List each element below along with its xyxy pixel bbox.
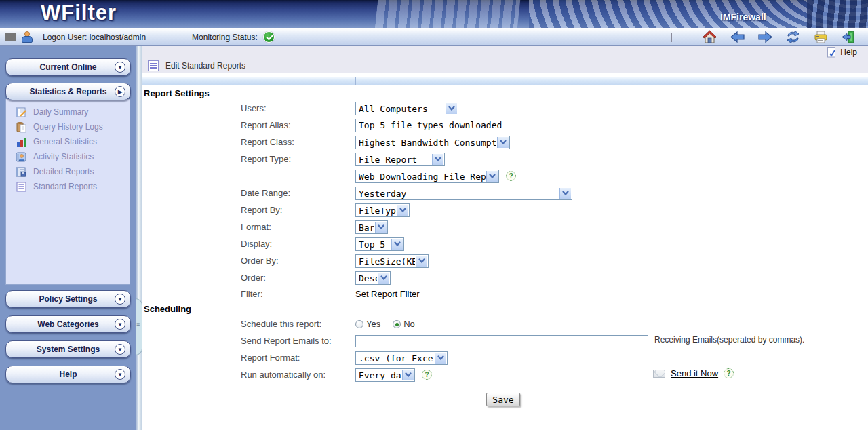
report-class-select[interactable]: Highest Bandwidth Consumption	[355, 136, 510, 149]
chevron-down-icon	[486, 171, 498, 182]
print-icon[interactable]	[814, 30, 828, 44]
format-row: Format: Bar	[142, 218, 868, 235]
order-by-row: Order By: FileSize(KB)	[142, 252, 868, 269]
schedule-yes-label: Yes	[366, 319, 380, 329]
query-history-logs-icon	[16, 121, 27, 133]
refresh-icon[interactable]	[786, 30, 800, 44]
standard-reports-icon	[16, 181, 27, 193]
schedule-report-label: Schedule this report:	[241, 319, 355, 329]
order-select[interactable]: Desc	[355, 271, 391, 285]
send-it-now-link[interactable]: Send it Now	[671, 368, 718, 378]
receiving-emails-hint: Receiving Emails(seperated by commas).	[654, 335, 804, 345]
sidebar-item-activity-statistics[interactable]: Activity Statistics	[6, 149, 130, 164]
report-type-row: Report Type: File Report	[142, 151, 868, 168]
chevron-down-icon: ▼	[115, 319, 125, 330]
run-automatically-row: Run automatically on: Every day ? Send i…	[142, 366, 868, 383]
sidebar-button-system-settings[interactable]: System Settings ▼	[5, 340, 131, 358]
chevron-down-icon	[391, 239, 403, 250]
help-row: Help	[142, 46, 868, 58]
format-select[interactable]: Bar	[355, 220, 388, 234]
forward-arrow-icon[interactable]	[758, 30, 772, 44]
report-alias-label: Report Alias:	[241, 120, 355, 130]
chevron-down-icon: ▼	[115, 294, 125, 305]
report-alias-input[interactable]	[355, 119, 553, 132]
chevron-down-icon: ▼	[115, 344, 125, 355]
save-button[interactable]: Save	[486, 393, 520, 406]
page-title-row: Edit Standard Reports	[142, 58, 868, 76]
content-area: Help Edit Standard Reports Report Settin…	[142, 46, 868, 430]
chevron-down-icon	[397, 205, 408, 216]
chevron-down-icon: ▼	[115, 369, 125, 380]
help-link[interactable]: Help	[840, 47, 857, 57]
report-by-row: Report By: FileType	[142, 201, 868, 218]
monitoring-status-label: Monitoring Status:	[192, 33, 258, 42]
sidebar-item-general-statistics[interactable]: General Statistics	[6, 134, 130, 149]
display-select[interactable]: Top 5	[355, 237, 404, 251]
sidebar-item-daily-summary[interactable]: Daily Summary	[6, 104, 130, 119]
schedule-report-row: Schedule this report: Yes No	[142, 315, 868, 332]
imfirewall-brand: IMFirewall	[720, 12, 766, 22]
report-class-row: Report Class: Highest Bandwidth Consumpt…	[142, 134, 868, 151]
order-by-select[interactable]: FileSize(KB)	[355, 254, 429, 268]
users-row: Users: All Computers	[142, 100, 868, 117]
green-check-icon	[263, 31, 275, 43]
report-format-row: Report Format: .csv (for Excel)	[142, 349, 868, 366]
order-label: Order:	[241, 273, 355, 283]
logon-user-label: Logon User: localhost/admin	[43, 33, 146, 42]
sidebar-item-standard-reports[interactable]: Standard Reports	[6, 179, 130, 194]
sidebar-button-web-categories[interactable]: Web Categories ▼	[5, 315, 131, 333]
chevron-down-icon	[497, 137, 509, 148]
section-report-settings: Report Settings	[144, 88, 868, 98]
sidebar-item-detailed-reports[interactable]: Detailed Reports	[6, 164, 130, 179]
chevron-down-icon	[559, 188, 571, 199]
home-icon[interactable]	[703, 30, 717, 44]
filter-label: Filter:	[241, 289, 355, 299]
top-toolbar: Logon User: localhost/admin Monitoring S…	[0, 28, 868, 46]
activity-statistics-icon	[16, 151, 27, 163]
sidebar-splitter	[136, 46, 142, 430]
help-question-icon[interactable]: ?	[506, 171, 516, 181]
schedule-yes-radio[interactable]	[355, 320, 363, 328]
date-range-row: Date Range: Yesterday	[142, 184, 868, 201]
sidebar-button-current-online[interactable]: Current Online ▼	[5, 58, 131, 76]
users-select[interactable]: All Computers	[355, 102, 458, 115]
date-range-select[interactable]: Yesterday	[355, 187, 572, 200]
help-question-icon[interactable]: ?	[422, 370, 432, 380]
envelope-icon	[653, 370, 665, 378]
date-range-label: Date Range:	[241, 188, 355, 198]
user-icon	[22, 31, 33, 43]
toolbar-separator	[671, 33, 672, 42]
report-format-label: Report Format:	[241, 353, 355, 363]
edit-report-doc-icon	[148, 60, 159, 71]
back-arrow-icon[interactable]	[730, 30, 745, 44]
sidebar-button-statistics-reports[interactable]: Statistics & Reports ▶	[5, 83, 131, 100]
send-report-emails-label: Send Report Emails to:	[241, 336, 355, 346]
schedule-no-radio[interactable]	[393, 320, 401, 328]
chevron-right-icon: ▶	[115, 86, 125, 97]
set-report-filter-link[interactable]: Set Report Filter	[355, 289, 420, 299]
report-by-label: Report By:	[241, 205, 355, 215]
format-label: Format:	[241, 222, 355, 232]
run-automatically-select[interactable]: Every day	[355, 368, 415, 382]
help-question-icon[interactable]: ?	[724, 368, 734, 378]
sidebar-item-query-history-logs[interactable]: Query History Logs	[6, 119, 130, 134]
send-report-emails-input[interactable]	[355, 335, 648, 347]
statistics-menu-panel: Daily Summary Query History Logs	[5, 99, 130, 285]
report-format-select[interactable]: .csv (for Excel)	[355, 351, 448, 365]
report-by-select[interactable]: FileType	[355, 203, 410, 217]
chevron-down-icon	[375, 222, 387, 233]
logout-icon[interactable]	[842, 30, 856, 44]
sidebar-collapse-handle[interactable]	[136, 298, 142, 355]
report-subtype-select[interactable]: Web Downloading File Report	[355, 170, 499, 183]
chevron-down-icon	[416, 256, 427, 267]
menu-icon[interactable]	[5, 33, 16, 41]
building-decoration	[375, 0, 520, 28]
help-doc-icon	[827, 47, 836, 58]
filter-row: Filter: Set Report Filter	[142, 286, 868, 301]
send-report-emails-row: Send Report Emails to: Receiving Emails(…	[142, 332, 868, 349]
order-by-label: Order By:	[241, 256, 355, 266]
sidebar-button-help[interactable]: Help ▼	[5, 366, 131, 383]
report-subtype-row: Web Downloading File Report ?	[142, 168, 868, 184]
report-type-select[interactable]: File Report	[355, 153, 445, 166]
sidebar-button-policy-settings[interactable]: Policy Settings ▼	[5, 290, 131, 308]
